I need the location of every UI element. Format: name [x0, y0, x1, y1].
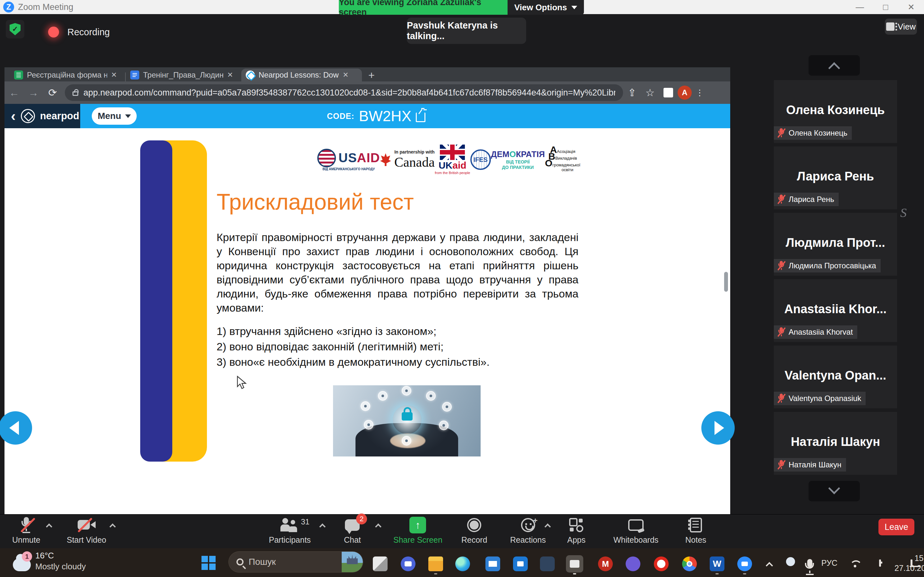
- apps-button[interactable]: Apps: [567, 517, 586, 545]
- participants-label: Participants: [269, 535, 311, 545]
- tab-strip: Реєстраційна форма на тренінг ✕ Тренінг_…: [5, 67, 730, 81]
- tab-registration-form[interactable]: Реєстраційна форма на тренінг ✕: [10, 69, 125, 81]
- whiteboards-button[interactable]: Whiteboards: [614, 517, 658, 545]
- usaid-logo: USAID ВІД АМЕРИКАНСЬКОГО НАРОДУ: [317, 149, 380, 171]
- participant-tile[interactable]: Valentyna Opan... Valentyna Opanasiuk: [774, 346, 897, 408]
- record-button[interactable]: Record: [461, 517, 487, 545]
- maple-leaf-icon: [380, 153, 391, 166]
- weather-widget[interactable]: 1 16°C Mostly cloudy: [13, 550, 86, 572]
- zoom-meeting-window: Z Zoom Meeting — □ ✕ You are viewing Zor…: [0, 0, 924, 577]
- participant-name: Anastasiia Khor...: [774, 302, 897, 316]
- chat-badge: 2: [356, 514, 367, 524]
- tab-nearpod-active[interactable]: Nearpod Lessons: Download rea ✕: [241, 69, 362, 81]
- scroll-participants-up-button[interactable]: [809, 55, 860, 76]
- democracy-logo: ДЕМОКРАТІЯ ВІД ТЕОРІЇДО ПРАКТИКИ: [491, 149, 545, 170]
- prev-slide-button[interactable]: [0, 411, 32, 445]
- record-icon: [467, 518, 481, 532]
- task-view-icon[interactable]: [373, 556, 388, 571]
- start-video-button[interactable]: Start Video: [67, 517, 106, 545]
- participant-tile[interactable]: Anastasiia Khor... Anastasiia Khorvat: [774, 279, 897, 342]
- back-icon[interactable]: ←: [5, 87, 24, 99]
- taskbar-search[interactable]: Пошук: [228, 551, 363, 572]
- mic-off-icon: [777, 327, 785, 337]
- share-icon[interactable]: ⇪: [623, 87, 641, 99]
- address-bar[interactable]: app.nearpod.com/command?puid=a05a7a89f35…: [65, 84, 623, 101]
- running-indicator: [743, 573, 746, 574]
- weather-condition: Mostly cloudy: [35, 561, 86, 572]
- nearpod-favicon: [246, 71, 255, 79]
- language-indicator[interactable]: РУС: [821, 558, 837, 568]
- maximize-button[interactable]: □: [873, 2, 898, 12]
- people-icon: [280, 518, 299, 532]
- temperature: 16°C: [35, 550, 86, 561]
- close-button[interactable]: ✕: [898, 2, 924, 12]
- battery-icon[interactable]: [879, 560, 881, 566]
- view-layout-icon: [886, 23, 895, 31]
- kebab-menu-icon[interactable]: ⋮: [692, 88, 708, 98]
- calculator-app-icon[interactable]: [540, 556, 555, 571]
- leave-button[interactable]: Leave: [879, 519, 914, 535]
- view-options-dropdown[interactable]: View Options: [507, 0, 584, 15]
- view-button-label: View: [898, 22, 916, 32]
- tray-chevron-icon[interactable]: [767, 560, 772, 567]
- zoom-app-icon[interactable]: [737, 556, 752, 571]
- mail-app-icon[interactable]: [485, 556, 500, 571]
- mic-off-icon: [777, 460, 785, 470]
- next-slide-button[interactable]: [701, 411, 735, 445]
- search-highlight-thumbnail[interactable]: [342, 551, 363, 572]
- record-label: Record: [461, 535, 487, 545]
- participant-tile[interactable]: Людмила Прот... Людмила Протосавіцька: [774, 213, 897, 276]
- clock[interactable]: 15:54 27.10.2023: [895, 553, 924, 573]
- code-share-icon[interactable]: [416, 113, 425, 122]
- tab-training-doc[interactable]: Тренінг_Права_Людини_Попер ✕: [126, 69, 241, 81]
- file-explorer-icon[interactable]: [428, 556, 443, 571]
- chrome-icon[interactable]: [682, 556, 697, 571]
- chevron-down-icon: [572, 6, 577, 9]
- ifes-logo: IFES: [470, 149, 491, 170]
- reactions-button[interactable]: + Reactions: [510, 517, 546, 545]
- minimize-button[interactable]: —: [847, 2, 873, 12]
- purple-app-icon[interactable]: [626, 556, 640, 571]
- store-icon[interactable]: [513, 556, 528, 571]
- notes-icon: [690, 518, 702, 532]
- edge-icon[interactable]: [455, 556, 470, 571]
- slide-paragraph: Критерії правомірності втручання держави…: [216, 230, 578, 315]
- running-indicator: [573, 573, 576, 574]
- participant-tile[interactable]: Олена Козинець Олена Козинець: [774, 80, 897, 143]
- refresh-icon[interactable]: ⟳: [43, 87, 62, 99]
- participant-label: Людмила Протосавіцька: [788, 261, 876, 270]
- antivirus-app-icon[interactable]: M: [598, 556, 613, 571]
- share-screen-button[interactable]: ↑ Share Screen: [393, 517, 443, 545]
- tab-close-icon[interactable]: ✕: [342, 71, 349, 79]
- uk-flag-icon: [440, 145, 465, 160]
- bookmark-star-icon[interactable]: ☆: [641, 87, 659, 99]
- tab-close-icon[interactable]: ✕: [227, 71, 233, 79]
- recording-label: Recording: [67, 27, 110, 37]
- tab-close-icon[interactable]: ✕: [111, 71, 117, 79]
- new-tab-button[interactable]: +: [368, 69, 375, 81]
- viewing-screen-banner: You are viewing Zoriana Zazuliak's scree…: [339, 0, 507, 15]
- notes-button[interactable]: Notes: [685, 517, 706, 545]
- sidebar-handle-icon[interactable]: S: [900, 205, 907, 220]
- back-chevron-icon[interactable]: ‹: [11, 108, 16, 124]
- participant-tile[interactable]: Наталія Шакун Наталія Шакун: [774, 412, 897, 475]
- ukaid-logo: UKaid from the British people: [435, 145, 470, 175]
- security-shield-button[interactable]: ✓: [6, 20, 24, 39]
- word-icon[interactable]: W: [710, 556, 724, 571]
- start-button[interactable]: [202, 556, 216, 570]
- side-panel-icon[interactable]: [664, 88, 673, 97]
- participant-tile[interactable]: Лариса Рень Лариса Рень: [774, 147, 897, 210]
- view-button[interactable]: View: [885, 19, 917, 35]
- chat-app-icon[interactable]: [401, 556, 415, 571]
- opera-icon[interactable]: [654, 556, 669, 571]
- forward-icon[interactable]: →: [24, 87, 43, 99]
- browser-scrollbar[interactable]: [724, 272, 728, 292]
- profile-avatar[interactable]: A: [678, 85, 692, 100]
- scroll-participants-down-button[interactable]: [809, 481, 860, 501]
- slide-canvas: USAID ВІД АМЕРИКАНСЬКОГО НАРОДУ In partn…: [5, 128, 730, 542]
- notifications-bell-icon[interactable]: [911, 560, 913, 566]
- menu-button[interactable]: Menu: [92, 107, 137, 125]
- screenshot-app-icon-active[interactable]: [566, 555, 583, 572]
- unmute-button[interactable]: Unmute: [12, 517, 40, 545]
- notes-label: Notes: [685, 535, 706, 545]
